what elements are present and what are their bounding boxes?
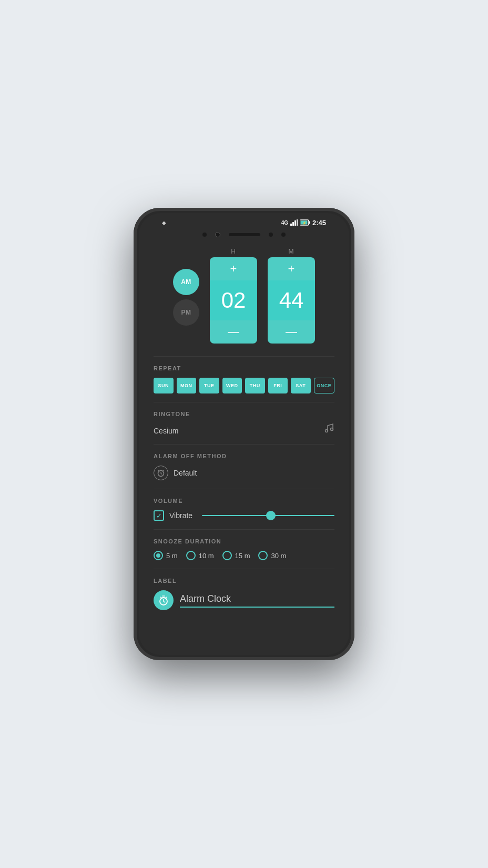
label-heading: LABEL [154, 578, 334, 584]
snooze-options-row: 5 m 10 m 15 m [154, 551, 334, 560]
day-mon[interactable]: MON [177, 378, 197, 393]
vibrate-label: Vibrate [169, 511, 192, 520]
music-icon [324, 423, 334, 436]
alarm-off-section: ALARM OFF METHOD Default [154, 453, 334, 480]
sensor3 [281, 233, 286, 237]
snooze-label: SNOOZE DURATION [154, 538, 334, 544]
volume-label: VOLUME [154, 498, 334, 504]
alarm-off-label: ALARM OFF METHOD [154, 453, 334, 459]
svg-rect-0 [290, 224, 292, 226]
day-once[interactable]: ONCE [314, 378, 335, 393]
snooze-15m-label: 15 m [235, 552, 250, 560]
phone-frame: ◆ 4G ⚡ 2:45 [134, 208, 354, 660]
speaker-grille [229, 233, 260, 236]
divider-5 [154, 529, 334, 530]
radio-30m-inner [261, 553, 265, 558]
radio-15m-inner [225, 553, 229, 558]
hour-label: H [231, 248, 236, 255]
repeat-label: REPEAT [154, 365, 334, 371]
status-right: 4G ⚡ 2:45 [281, 219, 326, 227]
label-alarm-icon [154, 590, 174, 610]
front-camera [215, 232, 220, 237]
day-sat[interactable]: SAT [291, 378, 311, 393]
svg-point-8 [326, 430, 328, 432]
label-section: LABEL [154, 578, 334, 610]
vibrate-row: ✓ Vibrate [154, 510, 334, 521]
radio-10m-inner [189, 553, 193, 558]
network-icon: 4G [281, 220, 288, 226]
days-row: SUN MON TUE WED THU FRI SAT ONCE [154, 378, 334, 393]
repeat-section: REPEAT SUN MON TUE WED THU FRI SAT ONCE [154, 365, 334, 393]
label-input-wrapper [180, 593, 334, 608]
volume-section: VOLUME ✓ Vibrate [154, 498, 334, 521]
status-time: 2:45 [312, 219, 326, 227]
bottom-buttons: CANCEL OK [139, 648, 349, 655]
hour-display: 02 [210, 280, 257, 320]
sensor2 [269, 233, 273, 237]
svg-rect-1 [292, 222, 294, 226]
hour-decrement[interactable]: — [210, 320, 257, 344]
svg-point-9 [331, 428, 333, 431]
day-tue[interactable]: TUE [199, 378, 219, 393]
ringtone-label: RINGTONE [154, 411, 334, 417]
label-input[interactable] [180, 593, 334, 604]
snooze-section: SNOOZE DURATION 5 m 10 m [154, 538, 334, 560]
phone-screen: ◆ 4G ⚡ 2:45 [139, 213, 349, 655]
am-pm-selector: AM PM [173, 269, 199, 326]
pm-button[interactable]: PM [173, 299, 199, 326]
notch-area [139, 230, 349, 237]
method-row[interactable]: Default [154, 466, 334, 480]
divider-1 [154, 356, 334, 357]
alarm-clock-icon [154, 466, 168, 480]
divider-4 [154, 489, 334, 489]
snooze-10m-label: 10 m [199, 552, 214, 560]
status-left: ◆ [162, 220, 166, 226]
radio-5m-outer [154, 551, 163, 560]
day-wed[interactable]: WED [222, 378, 242, 393]
svg-text:⚡: ⚡ [302, 221, 307, 225]
slider-track [202, 515, 334, 516]
svg-rect-2 [294, 220, 296, 226]
radio-10m-outer [186, 551, 196, 560]
divider-3 [154, 444, 334, 445]
snooze-option-10m[interactable]: 10 m [186, 551, 214, 560]
battery-icon: ⚡ [300, 219, 310, 226]
snooze-5m-label: 5 m [166, 552, 178, 560]
day-fri[interactable]: FRI [268, 378, 288, 393]
snooze-option-5m[interactable]: 5 m [154, 551, 178, 560]
radio-15m-outer [222, 551, 232, 560]
day-thu[interactable]: THU [245, 378, 265, 393]
minute-label: M [289, 248, 294, 255]
day-sun[interactable]: SUN [154, 378, 174, 393]
app-content: AM PM H + 02 — M + 44 — [139, 237, 349, 648]
sensor [202, 233, 207, 237]
ringtone-value: Cesium [154, 427, 178, 435]
snooze-30m-label: 30 m [271, 552, 286, 560]
slider-thumb[interactable] [266, 511, 276, 520]
minute-display: 44 [268, 280, 315, 320]
snooze-option-30m[interactable]: 30 m [258, 551, 286, 560]
minute-column: M + 44 — [268, 248, 315, 344]
svg-rect-5 [309, 221, 310, 224]
divider-6 [154, 569, 334, 569]
hour-column: H + 02 — [210, 248, 257, 344]
radio-5m-inner [156, 553, 160, 558]
radio-30m-outer [258, 551, 268, 560]
hour-increment[interactable]: + [210, 257, 257, 280]
ringtone-section: RINGTONE Cesium [154, 411, 334, 436]
divider-2 [154, 402, 334, 402]
minute-increment[interactable]: + [268, 257, 315, 280]
time-picker: AM PM H + 02 — M + 44 — [154, 244, 334, 344]
label-row [154, 590, 334, 610]
vibrate-checkbox[interactable]: ✓ [154, 510, 164, 521]
signal-icon [290, 219, 298, 226]
snooze-option-15m[interactable]: 15 m [222, 551, 250, 560]
alarm-off-value: Default [174, 469, 197, 477]
status-bar: ◆ 4G ⚡ 2:45 [139, 213, 349, 230]
minute-decrement[interactable]: — [268, 320, 315, 344]
ringtone-row[interactable]: Cesium [154, 423, 334, 436]
am-button[interactable]: AM [173, 269, 199, 295]
svg-rect-3 [297, 219, 298, 226]
volume-slider[interactable] [202, 510, 334, 521]
